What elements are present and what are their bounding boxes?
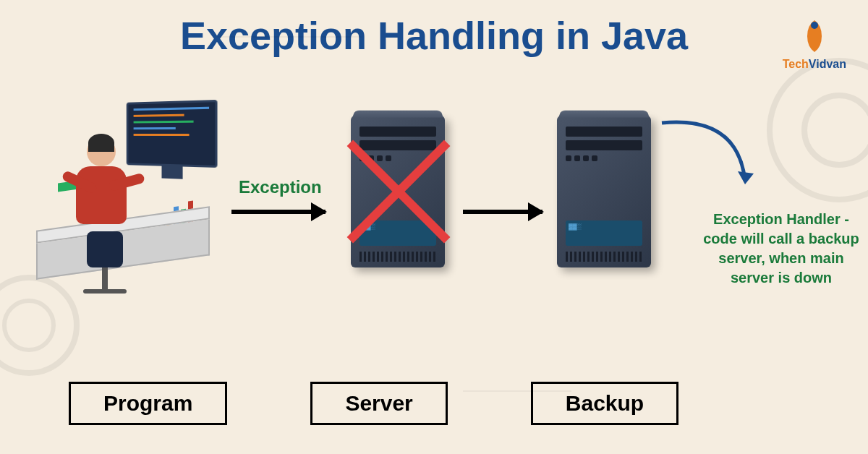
brand-logo: TechVidvan <box>783 14 846 71</box>
label-program: Program <box>69 382 227 425</box>
server-main-illustration: ▓▓░ <box>351 116 445 267</box>
monitor-icon <box>127 100 218 168</box>
arrow-icon <box>463 210 542 214</box>
decorative-circuit <box>217 36 362 38</box>
exception-label: Exception <box>239 177 322 197</box>
svg-point-0 <box>811 22 818 29</box>
label-server: Server <box>310 382 447 425</box>
diagram-container: Exception ▓▓░ ▓▓░ Exception Handler - co… <box>0 94 868 383</box>
label-backup: Backup <box>531 382 678 425</box>
logo-text: TechVidvan <box>783 58 846 71</box>
curved-arrow-icon <box>651 112 767 199</box>
programmer-illustration <box>36 94 224 296</box>
label-row: Program Server Backup <box>0 382 868 425</box>
server-backup-illustration: ▓▓░ <box>557 116 651 267</box>
page-title: Exception Handling in Java <box>0 0 868 58</box>
handler-description: Exception Handler - code will call a bac… <box>702 210 861 288</box>
logo-icon <box>793 14 836 58</box>
chair-icon <box>80 231 130 296</box>
arrow-icon <box>231 210 326 214</box>
